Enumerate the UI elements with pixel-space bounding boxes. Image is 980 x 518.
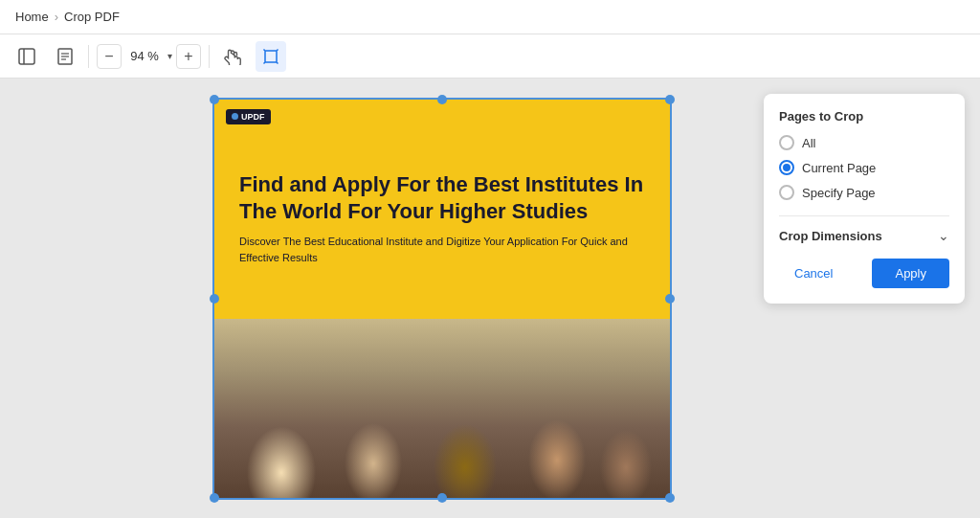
svg-line-9: [264, 62, 266, 64]
chevron-down-icon: ⌄: [938, 228, 949, 243]
pdf-page: UPDF Find and Apply For the Best Institu…: [212, 98, 672, 500]
crop-dimensions-label: Crop Dimensions: [779, 229, 882, 243]
panel-title: Pages to Crop: [779, 109, 949, 124]
svg-line-8: [277, 49, 278, 51]
updf-logo: UPDF: [226, 109, 271, 124]
zoom-in-icon: +: [184, 48, 192, 65]
crop-tool-button[interactable]: [256, 41, 286, 72]
page-button[interactable]: [50, 41, 80, 72]
zoom-out-icon: −: [104, 48, 113, 65]
panel-divider: [779, 215, 949, 216]
radio-all-circle: [779, 135, 794, 150]
breadcrumb-current: Crop PDF: [64, 10, 120, 24]
crop-dimensions-row[interactable]: Crop Dimensions ⌄: [779, 228, 949, 243]
svg-line-10: [277, 62, 278, 64]
apply-button[interactable]: Apply: [872, 259, 949, 288]
toolbar-divider-2: [209, 45, 210, 68]
radio-group: All Current Page Specify Page: [779, 135, 949, 200]
cancel-button[interactable]: Cancel: [779, 259, 848, 288]
breadcrumb-home[interactable]: Home: [15, 10, 49, 24]
updf-logo-dot: [232, 113, 238, 120]
radio-current-page-label: Current Page: [802, 161, 876, 175]
panel-toggle-button[interactable]: [11, 41, 42, 72]
pdf-container: UPDF Find and Apply For the Best Institu…: [212, 98, 672, 500]
main-area: UPDF Find and Apply For the Best Institu…: [0, 79, 980, 518]
radio-specify-page-label: Specify Page: [802, 186, 876, 200]
panel-actions: Cancel Apply: [779, 259, 949, 288]
pdf-yellow-section: UPDF Find and Apply For the Best Institu…: [212, 98, 672, 319]
zoom-in-button[interactable]: +: [176, 44, 201, 69]
updf-logo-text: UPDF: [241, 112, 265, 122]
pdf-headline: Find and Apply For the Best Institutes I…: [239, 171, 645, 224]
radio-specify-page[interactable]: Specify Page: [779, 185, 949, 200]
zoom-chevron: ▾: [167, 51, 172, 61]
people-scene: [212, 319, 672, 500]
svg-rect-6: [265, 51, 277, 62]
toolbar: − 94 % ▾ +: [0, 34, 980, 79]
radio-all[interactable]: All: [779, 135, 949, 150]
radio-specify-page-circle: [779, 185, 794, 200]
hand-tool-button[interactable]: [217, 41, 248, 72]
pdf-subtext: Discover The Best Educational Institute …: [239, 234, 645, 265]
svg-line-7: [264, 49, 266, 51]
zoom-control: − 94 % ▾ +: [97, 44, 201, 69]
radio-all-label: All: [802, 136, 815, 150]
toolbar-divider-1: [88, 45, 89, 68]
radio-current-page[interactable]: Current Page: [779, 160, 949, 175]
breadcrumb: Home › Crop PDF: [0, 0, 980, 34]
breadcrumb-separator: ›: [55, 10, 58, 24]
pdf-photo-section: [212, 319, 672, 500]
svg-rect-0: [19, 49, 34, 64]
zoom-out-button[interactable]: −: [97, 44, 122, 69]
right-panel: Pages to Crop All Current Page Specify P…: [764, 94, 965, 304]
zoom-value: 94 %: [125, 49, 164, 63]
radio-current-page-circle: [779, 160, 794, 175]
